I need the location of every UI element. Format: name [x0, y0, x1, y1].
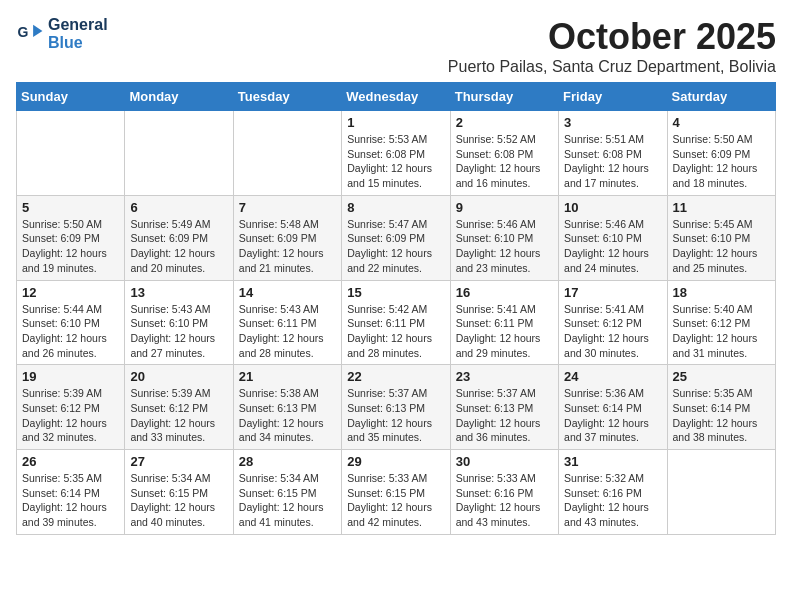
day-info: Sunrise: 5:38 AMSunset: 6:13 PMDaylight:… [239, 386, 336, 445]
day-number: 27 [130, 454, 227, 469]
calendar-cell: 19Sunrise: 5:39 AMSunset: 6:12 PMDayligh… [17, 365, 125, 450]
day-info: Sunrise: 5:53 AMSunset: 6:08 PMDaylight:… [347, 132, 444, 191]
day-number: 21 [239, 369, 336, 384]
day-number: 1 [347, 115, 444, 130]
calendar-cell: 29Sunrise: 5:33 AMSunset: 6:15 PMDayligh… [342, 450, 450, 535]
day-number: 29 [347, 454, 444, 469]
calendar-cell: 13Sunrise: 5:43 AMSunset: 6:10 PMDayligh… [125, 280, 233, 365]
title-section: October 2025 Puerto Pailas, Santa Cruz D… [448, 16, 776, 76]
day-info: Sunrise: 5:51 AMSunset: 6:08 PMDaylight:… [564, 132, 661, 191]
day-info: Sunrise: 5:35 AMSunset: 6:14 PMDaylight:… [22, 471, 119, 530]
calendar-cell: 10Sunrise: 5:46 AMSunset: 6:10 PMDayligh… [559, 195, 667, 280]
calendar-cell: 25Sunrise: 5:35 AMSunset: 6:14 PMDayligh… [667, 365, 775, 450]
calendar-cell: 17Sunrise: 5:41 AMSunset: 6:12 PMDayligh… [559, 280, 667, 365]
header: G General Blue October 2025 Puerto Paila… [16, 16, 776, 76]
month-title: October 2025 [448, 16, 776, 58]
day-info: Sunrise: 5:44 AMSunset: 6:10 PMDaylight:… [22, 302, 119, 361]
day-number: 15 [347, 285, 444, 300]
day-info: Sunrise: 5:43 AMSunset: 6:11 PMDaylight:… [239, 302, 336, 361]
logo-text: General Blue [48, 16, 108, 51]
day-info: Sunrise: 5:42 AMSunset: 6:11 PMDaylight:… [347, 302, 444, 361]
calendar-week-row: 12Sunrise: 5:44 AMSunset: 6:10 PMDayligh… [17, 280, 776, 365]
calendar-cell [233, 111, 341, 196]
calendar-cell: 4Sunrise: 5:50 AMSunset: 6:09 PMDaylight… [667, 111, 775, 196]
calendar-cell: 27Sunrise: 5:34 AMSunset: 6:15 PMDayligh… [125, 450, 233, 535]
calendar-cell [667, 450, 775, 535]
calendar-week-row: 26Sunrise: 5:35 AMSunset: 6:14 PMDayligh… [17, 450, 776, 535]
day-number: 25 [673, 369, 770, 384]
calendar-cell: 5Sunrise: 5:50 AMSunset: 6:09 PMDaylight… [17, 195, 125, 280]
calendar-cell: 16Sunrise: 5:41 AMSunset: 6:11 PMDayligh… [450, 280, 558, 365]
day-info: Sunrise: 5:39 AMSunset: 6:12 PMDaylight:… [130, 386, 227, 445]
day-info: Sunrise: 5:36 AMSunset: 6:14 PMDaylight:… [564, 386, 661, 445]
logo-icon: G [16, 20, 44, 48]
calendar-header-row: SundayMondayTuesdayWednesdayThursdayFrid… [17, 83, 776, 111]
day-number: 24 [564, 369, 661, 384]
logo: G General Blue [16, 16, 108, 51]
calendar-week-row: 1Sunrise: 5:53 AMSunset: 6:08 PMDaylight… [17, 111, 776, 196]
day-info: Sunrise: 5:33 AMSunset: 6:15 PMDaylight:… [347, 471, 444, 530]
day-info: Sunrise: 5:37 AMSunset: 6:13 PMDaylight:… [456, 386, 553, 445]
day-info: Sunrise: 5:52 AMSunset: 6:08 PMDaylight:… [456, 132, 553, 191]
day-info: Sunrise: 5:41 AMSunset: 6:11 PMDaylight:… [456, 302, 553, 361]
calendar-cell: 7Sunrise: 5:48 AMSunset: 6:09 PMDaylight… [233, 195, 341, 280]
calendar-cell: 30Sunrise: 5:33 AMSunset: 6:16 PMDayligh… [450, 450, 558, 535]
day-number: 31 [564, 454, 661, 469]
day-info: Sunrise: 5:39 AMSunset: 6:12 PMDaylight:… [22, 386, 119, 445]
svg-text:G: G [18, 24, 29, 40]
header-monday: Monday [125, 83, 233, 111]
day-info: Sunrise: 5:45 AMSunset: 6:10 PMDaylight:… [673, 217, 770, 276]
calendar-table: SundayMondayTuesdayWednesdayThursdayFrid… [16, 82, 776, 535]
calendar-cell: 24Sunrise: 5:36 AMSunset: 6:14 PMDayligh… [559, 365, 667, 450]
day-info: Sunrise: 5:35 AMSunset: 6:14 PMDaylight:… [673, 386, 770, 445]
header-saturday: Saturday [667, 83, 775, 111]
day-info: Sunrise: 5:33 AMSunset: 6:16 PMDaylight:… [456, 471, 553, 530]
day-info: Sunrise: 5:41 AMSunset: 6:12 PMDaylight:… [564, 302, 661, 361]
calendar-cell: 15Sunrise: 5:42 AMSunset: 6:11 PMDayligh… [342, 280, 450, 365]
day-number: 4 [673, 115, 770, 130]
header-sunday: Sunday [17, 83, 125, 111]
header-friday: Friday [559, 83, 667, 111]
day-info: Sunrise: 5:50 AMSunset: 6:09 PMDaylight:… [22, 217, 119, 276]
calendar-cell: 23Sunrise: 5:37 AMSunset: 6:13 PMDayligh… [450, 365, 558, 450]
day-info: Sunrise: 5:43 AMSunset: 6:10 PMDaylight:… [130, 302, 227, 361]
day-number: 30 [456, 454, 553, 469]
calendar-week-row: 5Sunrise: 5:50 AMSunset: 6:09 PMDaylight… [17, 195, 776, 280]
day-number: 5 [22, 200, 119, 215]
calendar-cell: 18Sunrise: 5:40 AMSunset: 6:12 PMDayligh… [667, 280, 775, 365]
calendar-cell: 9Sunrise: 5:46 AMSunset: 6:10 PMDaylight… [450, 195, 558, 280]
day-info: Sunrise: 5:50 AMSunset: 6:09 PMDaylight:… [673, 132, 770, 191]
day-info: Sunrise: 5:49 AMSunset: 6:09 PMDaylight:… [130, 217, 227, 276]
day-number: 9 [456, 200, 553, 215]
calendar-cell: 26Sunrise: 5:35 AMSunset: 6:14 PMDayligh… [17, 450, 125, 535]
day-number: 2 [456, 115, 553, 130]
calendar-cell: 1Sunrise: 5:53 AMSunset: 6:08 PMDaylight… [342, 111, 450, 196]
day-number: 12 [22, 285, 119, 300]
day-info: Sunrise: 5:47 AMSunset: 6:09 PMDaylight:… [347, 217, 444, 276]
header-thursday: Thursday [450, 83, 558, 111]
day-number: 26 [22, 454, 119, 469]
day-number: 10 [564, 200, 661, 215]
day-number: 22 [347, 369, 444, 384]
day-number: 11 [673, 200, 770, 215]
day-number: 17 [564, 285, 661, 300]
day-number: 18 [673, 285, 770, 300]
calendar-cell: 12Sunrise: 5:44 AMSunset: 6:10 PMDayligh… [17, 280, 125, 365]
calendar-cell: 3Sunrise: 5:51 AMSunset: 6:08 PMDaylight… [559, 111, 667, 196]
calendar-cell: 22Sunrise: 5:37 AMSunset: 6:13 PMDayligh… [342, 365, 450, 450]
day-info: Sunrise: 5:34 AMSunset: 6:15 PMDaylight:… [239, 471, 336, 530]
day-number: 19 [22, 369, 119, 384]
day-info: Sunrise: 5:46 AMSunset: 6:10 PMDaylight:… [564, 217, 661, 276]
day-info: Sunrise: 5:37 AMSunset: 6:13 PMDaylight:… [347, 386, 444, 445]
day-info: Sunrise: 5:46 AMSunset: 6:10 PMDaylight:… [456, 217, 553, 276]
calendar-cell: 31Sunrise: 5:32 AMSunset: 6:16 PMDayligh… [559, 450, 667, 535]
day-number: 20 [130, 369, 227, 384]
day-number: 14 [239, 285, 336, 300]
calendar-cell: 8Sunrise: 5:47 AMSunset: 6:09 PMDaylight… [342, 195, 450, 280]
header-wednesday: Wednesday [342, 83, 450, 111]
calendar-week-row: 19Sunrise: 5:39 AMSunset: 6:12 PMDayligh… [17, 365, 776, 450]
day-info: Sunrise: 5:34 AMSunset: 6:15 PMDaylight:… [130, 471, 227, 530]
calendar-cell: 20Sunrise: 5:39 AMSunset: 6:12 PMDayligh… [125, 365, 233, 450]
calendar-cell: 2Sunrise: 5:52 AMSunset: 6:08 PMDaylight… [450, 111, 558, 196]
header-tuesday: Tuesday [233, 83, 341, 111]
